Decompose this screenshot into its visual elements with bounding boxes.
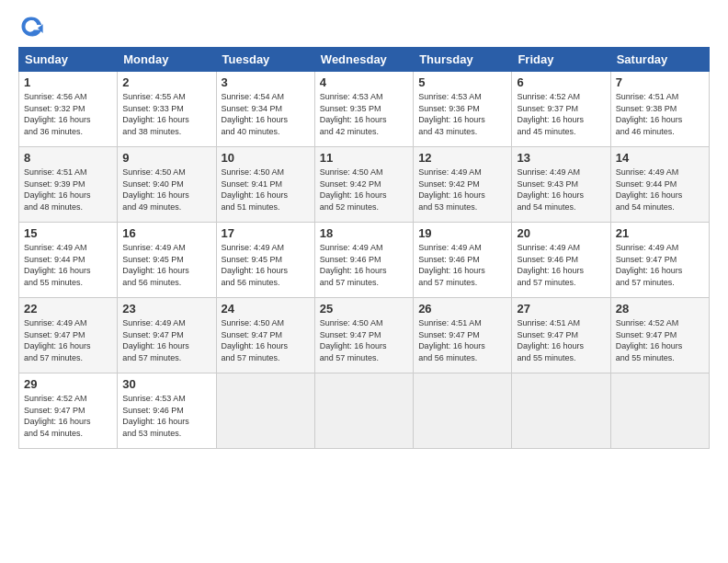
day-number: 15: [24, 226, 112, 240]
day-info: Sunrise: 4:49 AMSunset: 9:47 PMDaylight:…: [122, 317, 210, 363]
calendar-cell: 5Sunrise: 4:53 AMSunset: 9:36 PMDaylight…: [414, 72, 512, 147]
calendar-cell: 3Sunrise: 4:54 AMSunset: 9:34 PMDaylight…: [216, 72, 314, 147]
calendar-cell: 14Sunrise: 4:49 AMSunset: 9:44 PMDayligh…: [610, 147, 709, 223]
day-number: 28: [616, 302, 704, 316]
calendar-cell: [314, 373, 413, 449]
calendar-cell: 7Sunrise: 4:51 AMSunset: 9:38 PMDaylight…: [610, 72, 709, 147]
calendar-cell: 25Sunrise: 4:50 AMSunset: 9:47 PMDayligh…: [314, 298, 413, 373]
calendar-cell: 16Sunrise: 4:49 AMSunset: 9:45 PMDayligh…: [118, 223, 216, 298]
day-info: Sunrise: 4:49 AMSunset: 9:47 PMDaylight:…: [24, 317, 112, 363]
logo: [18, 14, 46, 40]
day-number: 30: [122, 377, 210, 391]
day-info: Sunrise: 4:54 AMSunset: 9:34 PMDaylight:…: [222, 91, 310, 137]
calendar-cell: [414, 373, 512, 449]
day-number: 13: [517, 151, 605, 165]
calendar-cell: 9Sunrise: 4:50 AMSunset: 9:40 PMDaylight…: [118, 147, 216, 223]
calendar-cell: 2Sunrise: 4:55 AMSunset: 9:33 PMDaylight…: [118, 72, 216, 147]
day-info: Sunrise: 4:53 AMSunset: 9:36 PMDaylight:…: [418, 91, 506, 137]
day-number: 2: [122, 75, 210, 89]
day-info: Sunrise: 4:50 AMSunset: 9:47 PMDaylight:…: [320, 317, 408, 363]
day-number: 19: [418, 226, 506, 240]
calendar-cell: 18Sunrise: 4:49 AMSunset: 9:46 PMDayligh…: [314, 223, 413, 298]
day-info: Sunrise: 4:50 AMSunset: 9:42 PMDaylight:…: [320, 167, 408, 213]
day-number: 27: [517, 302, 605, 316]
day-info: Sunrise: 4:49 AMSunset: 9:46 PMDaylight:…: [517, 242, 605, 288]
day-number: 22: [24, 302, 112, 316]
day-info: Sunrise: 4:51 AMSunset: 9:47 PMDaylight:…: [418, 317, 506, 363]
day-info: Sunrise: 4:51 AMSunset: 9:38 PMDaylight:…: [616, 91, 704, 137]
calendar-cell: 30Sunrise: 4:53 AMSunset: 9:46 PMDayligh…: [118, 373, 216, 449]
day-number: 29: [24, 377, 112, 391]
calendar-cell: 22Sunrise: 4:49 AMSunset: 9:47 PMDayligh…: [19, 298, 118, 373]
weekday-header: Saturday: [610, 48, 709, 72]
calendar-cell: 1Sunrise: 4:56 AMSunset: 9:32 PMDaylight…: [19, 72, 118, 147]
day-info: Sunrise: 4:52 AMSunset: 9:47 PMDaylight:…: [616, 317, 704, 363]
day-number: 16: [122, 226, 210, 240]
calendar-cell: 12Sunrise: 4:49 AMSunset: 9:42 PMDayligh…: [414, 147, 512, 223]
day-number: 7: [616, 75, 704, 89]
calendar-cell: 13Sunrise: 4:49 AMSunset: 9:43 PMDayligh…: [512, 147, 610, 223]
day-info: Sunrise: 4:51 AMSunset: 9:47 PMDaylight:…: [517, 317, 605, 363]
calendar-cell: [512, 373, 610, 449]
calendar-cell: 28Sunrise: 4:52 AMSunset: 9:47 PMDayligh…: [610, 298, 709, 373]
day-number: 21: [616, 226, 704, 240]
calendar-header-row: SundayMondayTuesdayWednesdayThursdayFrid…: [19, 48, 710, 72]
calendar: SundayMondayTuesdayWednesdayThursdayFrid…: [18, 47, 710, 449]
day-info: Sunrise: 4:52 AMSunset: 9:47 PMDaylight:…: [24, 393, 112, 439]
calendar-cell: [610, 373, 709, 449]
calendar-week-row: 1Sunrise: 4:56 AMSunset: 9:32 PMDaylight…: [19, 72, 710, 147]
calendar-cell: 4Sunrise: 4:53 AMSunset: 9:35 PMDaylight…: [314, 72, 413, 147]
day-number: 1: [24, 75, 112, 89]
day-info: Sunrise: 4:51 AMSunset: 9:39 PMDaylight:…: [24, 167, 112, 213]
calendar-cell: 6Sunrise: 4:52 AMSunset: 9:37 PMDaylight…: [512, 72, 610, 147]
day-info: Sunrise: 4:50 AMSunset: 9:47 PMDaylight:…: [222, 317, 310, 363]
weekday-header: Friday: [512, 48, 610, 72]
day-info: Sunrise: 4:49 AMSunset: 9:46 PMDaylight:…: [418, 242, 506, 288]
day-info: Sunrise: 4:49 AMSunset: 9:47 PMDaylight:…: [616, 242, 704, 288]
day-number: 23: [122, 302, 210, 316]
day-info: Sunrise: 4:55 AMSunset: 9:33 PMDaylight:…: [122, 91, 210, 137]
day-info: Sunrise: 4:49 AMSunset: 9:43 PMDaylight:…: [517, 167, 605, 213]
calendar-week-row: 29Sunrise: 4:52 AMSunset: 9:47 PMDayligh…: [19, 373, 710, 449]
day-info: Sunrise: 4:56 AMSunset: 9:32 PMDaylight:…: [24, 91, 112, 137]
day-info: Sunrise: 4:49 AMSunset: 9:46 PMDaylight:…: [320, 242, 408, 288]
day-number: 10: [222, 151, 310, 165]
day-number: 18: [320, 226, 408, 240]
weekday-header: Monday: [118, 48, 216, 72]
calendar-cell: 26Sunrise: 4:51 AMSunset: 9:47 PMDayligh…: [414, 298, 512, 373]
calendar-cell: 11Sunrise: 4:50 AMSunset: 9:42 PMDayligh…: [314, 147, 413, 223]
calendar-cell: 19Sunrise: 4:49 AMSunset: 9:46 PMDayligh…: [414, 223, 512, 298]
day-number: 17: [222, 226, 310, 240]
calendar-cell: 8Sunrise: 4:51 AMSunset: 9:39 PMDaylight…: [19, 147, 118, 223]
calendar-cell: 20Sunrise: 4:49 AMSunset: 9:46 PMDayligh…: [512, 223, 610, 298]
calendar-cell: [216, 373, 314, 449]
day-number: 11: [320, 151, 408, 165]
calendar-week-row: 15Sunrise: 4:49 AMSunset: 9:44 PMDayligh…: [19, 223, 710, 298]
day-number: 3: [222, 75, 310, 89]
day-number: 8: [24, 151, 112, 165]
day-number: 9: [122, 151, 210, 165]
calendar-cell: 21Sunrise: 4:49 AMSunset: 9:47 PMDayligh…: [610, 223, 709, 298]
calendar-week-row: 8Sunrise: 4:51 AMSunset: 9:39 PMDaylight…: [19, 147, 710, 223]
day-number: 5: [418, 75, 506, 89]
logo-icon: [18, 14, 44, 40]
calendar-cell: 27Sunrise: 4:51 AMSunset: 9:47 PMDayligh…: [512, 298, 610, 373]
header: [18, 14, 710, 40]
day-number: 25: [320, 302, 408, 316]
day-info: Sunrise: 4:49 AMSunset: 9:45 PMDaylight:…: [122, 242, 210, 288]
day-number: 4: [320, 75, 408, 89]
page: SundayMondayTuesdayWednesdayThursdayFrid…: [0, 0, 728, 563]
day-number: 26: [418, 302, 506, 316]
day-number: 14: [616, 151, 704, 165]
weekday-header: Tuesday: [216, 48, 314, 72]
calendar-cell: 17Sunrise: 4:49 AMSunset: 9:45 PMDayligh…: [216, 223, 314, 298]
day-info: Sunrise: 4:53 AMSunset: 9:35 PMDaylight:…: [320, 91, 408, 137]
day-info: Sunrise: 4:49 AMSunset: 9:45 PMDaylight:…: [222, 242, 310, 288]
calendar-cell: 15Sunrise: 4:49 AMSunset: 9:44 PMDayligh…: [19, 223, 118, 298]
weekday-header: Thursday: [414, 48, 512, 72]
calendar-cell: 23Sunrise: 4:49 AMSunset: 9:47 PMDayligh…: [118, 298, 216, 373]
day-number: 24: [222, 302, 310, 316]
day-info: Sunrise: 4:49 AMSunset: 9:44 PMDaylight:…: [616, 167, 704, 213]
calendar-cell: 24Sunrise: 4:50 AMSunset: 9:47 PMDayligh…: [216, 298, 314, 373]
day-info: Sunrise: 4:49 AMSunset: 9:44 PMDaylight:…: [24, 242, 112, 288]
